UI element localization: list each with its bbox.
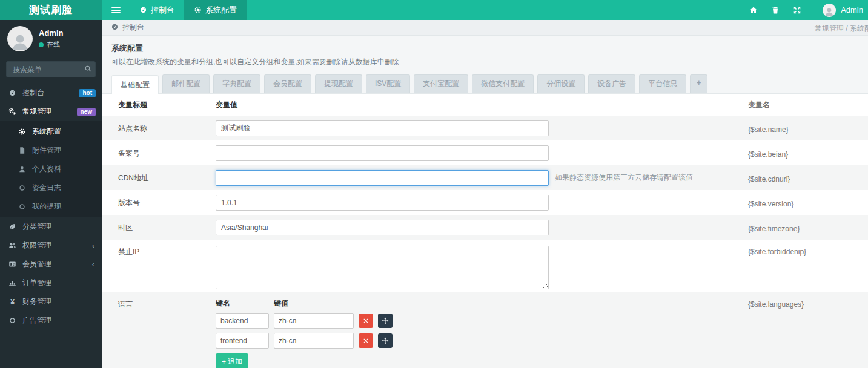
kv-value-input[interactable] [274,313,354,329]
站点名称-input[interactable] [216,120,549,136]
user-menu[interactable]: Admin [814,0,868,20]
sidebar-item-label: 附件管理 [32,145,96,156]
search-input[interactable] [6,61,96,77]
append-button-label: 追加 [228,356,242,367]
app-logo: 测试刷脸 [0,0,102,20]
variable-name: {$site.beian} [748,143,868,162]
tab-会员配置[interactable]: 会员配置 [264,74,311,93]
variable-name: {$site.cdnurl} [748,168,868,187]
tab-支付宝配置[interactable]: 支付宝配置 [414,74,468,93]
top-nav-right [743,0,814,20]
sidebar-item-label: 资金日志 [32,183,96,193]
sidebar: Admin 在线 控制台hot常规管理new系统配置附件管理个人资料资金日志我的… [0,20,102,368]
leaf-icon [8,223,17,231]
sidebar-item-常规管理[interactable]: 常规管理new [0,102,102,121]
close-icon [363,318,369,324]
tab-字典配置[interactable]: 字典配置 [213,74,260,93]
sidebar-item-财务管理[interactable]: ¥财务管理 [0,292,102,311]
row-label: 备案号 [102,145,216,161]
sidebar-item-系统配置[interactable]: 系统配置 [0,122,102,141]
sidebar-item-会员管理[interactable]: 会员管理‹ [0,255,102,274]
tab-ISV配置[interactable]: ISV配置 [366,74,410,93]
variable-name: {$site.languages} [748,298,868,309]
kv-key-input[interactable] [216,333,269,349]
sidebar-item-权限管理[interactable]: 权限管理‹ [0,236,102,255]
tab-平台信息[interactable]: 平台信息 [639,74,686,93]
sidebar-item-label: 我的提现 [32,202,96,212]
home-button[interactable] [743,0,764,20]
config-table: 变量标题 变量值 变量名 站点名称{$site.name}备案号{$site.b… [102,94,868,368]
top-nav-item-label: 控制台 [151,5,174,16]
sidebar-item-label: 会员管理 [22,259,87,269]
menu-badge: new [77,108,96,116]
sidebar-item-广告管理[interactable]: 广告管理 [0,311,102,330]
sidebar-item-label: 控制台 [22,88,73,98]
sidebar-item-分类管理[interactable]: 分类管理 [0,217,102,236]
table-row: 版本号{$site.version} [102,190,868,215]
时区-input[interactable] [216,220,549,235]
sidebar-item-控制台[interactable]: 控制台hot [0,84,102,102]
sidebar-item-label: 广告管理 [22,315,96,326]
top-nav-item-label: 系统配置 [205,5,237,16]
sidebar-item-资金日志[interactable]: 资金日志 [0,179,102,197]
kv-pair-row [216,333,393,349]
kv-value-input[interactable] [274,333,354,349]
禁止IP-textarea[interactable] [216,246,549,289]
table-row: 时区{$site.timezone} [102,215,868,240]
expand-button[interactable] [786,0,808,20]
top-nav-item[interactable]: 控制台 [130,0,184,20]
sidebar-item-label: 常规管理 [22,107,71,117]
row-label: 语言 [102,298,216,309]
table-row: 站点名称{$site.name} [102,116,868,140]
app-window: 测试刷脸 控制台系统配置 Admin Admin 在线 [0,0,868,368]
variable-name: {$site.timezone} [748,218,868,237]
page-description: 可以在此增改系统的变量和分组,也可以自定义分组和变量,如果需要删除请从数据库中删… [111,57,858,67]
sidebar-item-订单管理[interactable]: 订单管理 [0,274,102,292]
row-label: 站点名称 [102,120,216,136]
版本号-input[interactable] [216,195,549,211]
panel-header: 系统配置 可以在此增改系统的变量和分组,也可以自定义分组和变量,如果需要删除请从… [102,36,868,67]
column-header: 变量值 [216,100,748,110]
row-label: 版本号 [102,195,216,211]
CDN地址-input[interactable] [216,170,549,186]
top-nav-item[interactable]: 系统配置 [184,0,247,20]
person-silhouette-icon [10,31,30,51]
tachometer-icon [8,89,17,97]
备案号-input[interactable] [216,145,549,161]
sidebar-item-个人资料[interactable]: 个人资料 [0,160,102,179]
tab-邮件配置[interactable]: 邮件配置 [162,74,210,93]
circle-o-icon [18,203,27,211]
config-tabs: 基础配置邮件配置字典配置会员配置提现配置ISV配置支付宝配置微信支付配置分佣设置… [102,74,868,94]
tab-提现配置[interactable]: 提现配置 [315,74,362,93]
sidebar-submenu: 系统配置附件管理个人资料资金日志我的提现 [0,121,102,217]
file-icon [18,146,27,154]
variable-name: {$site.name} [748,119,868,137]
tab-设备广告[interactable]: 设备广告 [588,74,635,93]
sidebar-toggle-button[interactable] [102,0,130,20]
table-row: CDN地址如果静态资源使用第三方云储存请配置该值{$site.cdnurl} [102,165,868,190]
tab-基础配置[interactable]: 基础配置 [111,75,159,94]
delete-pair-button[interactable] [359,314,373,328]
sidebar-item-label: 个人资料 [32,164,96,174]
sidebar-item-我的提现[interactable]: 我的提现 [0,197,102,216]
tab-add-button[interactable]: + [690,74,707,93]
tab-分佣设置[interactable]: 分佣设置 [537,74,585,93]
sidebar-item-附件管理[interactable]: 附件管理 [0,141,102,160]
kv-key-header: 键名 [216,298,269,309]
online-status-dot [39,42,44,47]
move-pair-button[interactable] [378,314,393,328]
page-title: 系统配置 [111,43,858,54]
delete-pair-button[interactable] [359,334,373,348]
bar-chart-icon [8,279,17,287]
sidebar-item-label: 订单管理 [22,278,96,288]
sidebar-item-label: 财务管理 [22,297,96,307]
search-icon[interactable] [84,65,92,74]
append-pair-button[interactable]: +追加 [216,353,248,368]
move-pair-button[interactable] [378,334,393,348]
id-card-icon [8,260,17,268]
variable-name: {$site.forbiddenip} [748,246,868,257]
tab-微信支付配置[interactable]: 微信支付配置 [472,74,534,93]
trash-button[interactable] [764,0,786,20]
kv-key-input[interactable] [216,313,269,329]
search-icon [84,65,92,73]
